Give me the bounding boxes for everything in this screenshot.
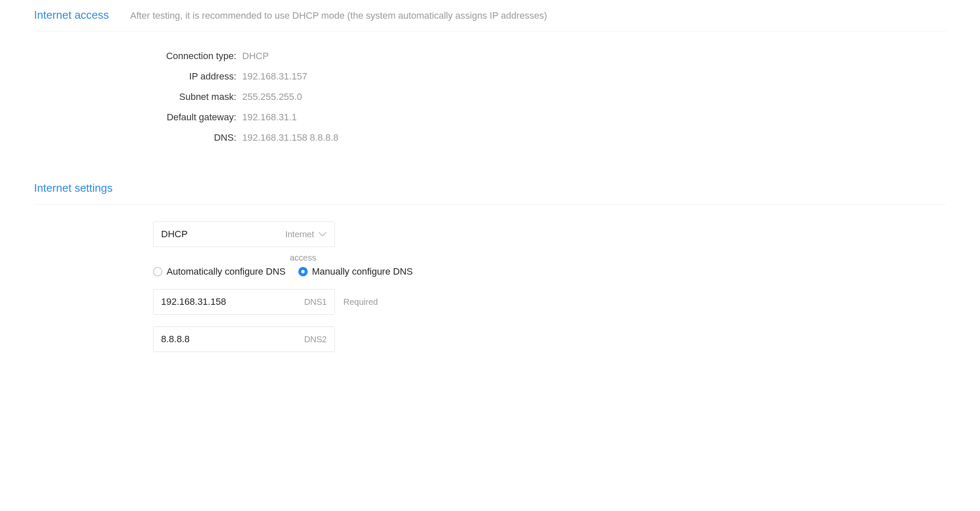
internet-access-info: Connection type: DHCP IP address: 192.16… (110, 51, 946, 143)
internet-access-header: Internet access After testing, it is rec… (34, 9, 946, 31)
info-label: Connection type: (110, 51, 242, 62)
dns-auto-radio[interactable]: Automatically configure DNS (153, 266, 286, 277)
internet-access-hint: After testing, it is recommended to use … (130, 10, 547, 21)
internet-access-title: Internet access (34, 9, 109, 22)
radio-icon (298, 267, 308, 276)
dns1-hint: Required (343, 297, 378, 307)
info-row-subnet-mask: Subnet mask: 255.255.255.0 (110, 91, 946, 102)
select-value: DHCP (161, 229, 285, 240)
dns1-input[interactable] (161, 296, 304, 307)
select-sub-label: access (290, 253, 946, 263)
dns2-row: DNS2 (153, 326, 946, 352)
internet-mode-select[interactable]: DHCP Internet (153, 221, 335, 247)
info-row-dns: DNS: 192.168.31.158 8.8.8.8 (110, 132, 946, 143)
info-value: 192.168.31.157 (242, 71, 307, 82)
radio-label: Automatically configure DNS (167, 266, 286, 277)
info-label: IP address: (110, 71, 242, 82)
select-label-box: Internet (285, 230, 327, 239)
internet-settings-title: Internet settings (34, 182, 113, 195)
radio-label: Manually configure DNS (312, 266, 413, 277)
internet-settings-block: DHCP Internet access Automatically confi… (153, 221, 946, 352)
dns-mode-radio-row: Automatically configure DNS Manually con… (153, 266, 946, 277)
select-inner-label: Internet (285, 230, 314, 239)
info-row-ip-address: IP address: 192.168.31.157 (110, 71, 946, 82)
info-value: DHCP (242, 51, 269, 62)
dns2-input-box: DNS2 (153, 326, 335, 352)
dns2-input[interactable] (161, 334, 304, 345)
dns1-row: DNS1 Required (153, 289, 946, 315)
mode-select-wrap: DHCP Internet (153, 221, 335, 247)
info-value: 192.168.31.1 (242, 112, 297, 123)
internet-settings-header: Internet settings (34, 182, 946, 204)
info-row-default-gateway: Default gateway: 192.168.31.1 (110, 112, 946, 123)
info-label: DNS: (110, 132, 242, 143)
dns2-inner-label: DNS2 (304, 335, 327, 344)
dns-manual-radio[interactable]: Manually configure DNS (298, 266, 413, 277)
chevron-down-icon (318, 231, 327, 237)
dns1-inner-label: DNS1 (304, 297, 327, 307)
info-label: Default gateway: (110, 112, 242, 123)
info-value: 255.255.255.0 (242, 91, 302, 102)
info-row-connection-type: Connection type: DHCP (110, 51, 946, 62)
dns1-input-box: DNS1 (153, 289, 335, 315)
info-value: 192.168.31.158 8.8.8.8 (242, 132, 338, 143)
radio-icon (153, 267, 162, 276)
info-label: Subnet mask: (110, 91, 242, 102)
